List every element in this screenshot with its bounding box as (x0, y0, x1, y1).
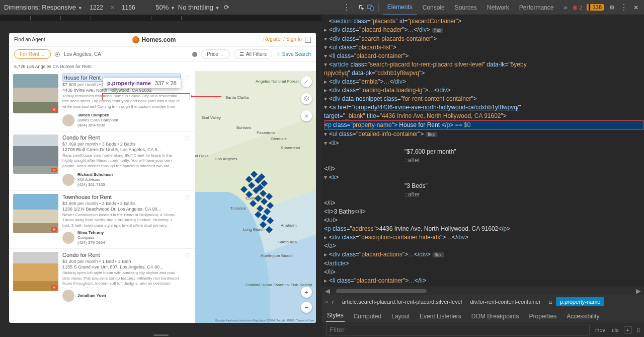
price-chip[interactable]: Price ⌄ (201, 49, 230, 59)
dimension-x: × (111, 4, 115, 11)
listing-address[interactable]: 4436 Irvine Ave, North Hollywood, CA 916… (62, 88, 180, 93)
devtools-pane: <section class="placards" id="placardCon… (322, 15, 644, 337)
location-input[interactable]: Los Angeles, CA (64, 51, 188, 57)
inspector-highlight (102, 93, 190, 100)
favorite-icon[interactable]: ♡ (184, 134, 191, 142)
listing-thumb[interactable]: H (13, 194, 58, 233)
agent-avatar[interactable] (62, 174, 74, 186)
dom-tree[interactable]: <section class="placards" id="placardCon… (322, 15, 644, 287)
throttling-dropdown[interactable]: No throttling ▼ (178, 4, 220, 11)
device-preview-pane: p.property-name 337 × 28 Find an Agent H… (0, 15, 322, 337)
viewport-width-input[interactable]: 1222 (86, 4, 108, 11)
rendered-page[interactable]: Find an Agent Homes.com Register / Sign … (9, 33, 316, 323)
styles-filter-input[interactable] (326, 324, 590, 335)
inspect-icon[interactable] (357, 4, 365, 12)
styles-tabs: Styles Computed Layout Event Listeners D… (322, 308, 644, 322)
map-attribution: Google Keyboard shortcuts Map data ©2024… (215, 319, 314, 322)
brand-logo[interactable]: Homes.com (132, 36, 176, 43)
dom-breadcrumbs[interactable]: « r article.search-placard.for-rent-plac… (322, 295, 644, 308)
tabs-overflow[interactable]: » (559, 0, 572, 15)
qr-icon[interactable] (305, 37, 311, 43)
inspector-arrow (191, 96, 221, 97)
zoom-dropdown[interactable]: 50% ▼ (155, 4, 175, 11)
hov-toggle[interactable]: :hov (595, 327, 605, 333)
tab-network[interactable]: Network (482, 0, 514, 15)
locate-icon[interactable] (55, 52, 60, 57)
save-search-link[interactable]: ♡ Save Search (276, 51, 311, 57)
favorite-icon[interactable]: ♡ (184, 74, 191, 81)
tab-event-listeners[interactable]: Event Listeners (419, 311, 462, 322)
property-name[interactable]: Townhouse for Rent (62, 194, 112, 200)
page-header: Find an Agent Homes.com Register / Sign … (9, 33, 316, 47)
homes-logo-icon (132, 36, 139, 43)
listing-card[interactable]: H Townhouse for Rent $3,995 per month • … (9, 191, 195, 249)
map-pane[interactable]: Angeles National Forest Santa Clarita Si… (195, 71, 316, 323)
selected-dom-node[interactable]: ••• <p class="property-name"> House for … (324, 120, 644, 130)
tab-layout[interactable]: Layout (390, 311, 411, 322)
favorite-icon[interactable]: ♡ (184, 194, 191, 201)
favorite-icon[interactable]: ♡ (184, 252, 191, 259)
crumb[interactable]: article.search-placard.for-rent-placard.… (338, 297, 466, 306)
auth-links[interactable]: Register / Sign In (263, 36, 311, 42)
tab-console[interactable]: Console (418, 0, 449, 15)
crumb[interactable]: div.for-rent-content-container (466, 297, 544, 306)
tab-accessibility[interactable]: Accessibility (566, 311, 600, 322)
close-devtools-icon[interactable]: ✕ (632, 4, 640, 12)
layers-button[interactable] (301, 93, 312, 104)
tab-elements[interactable]: Elements (383, 0, 417, 16)
dimensions-dropdown[interactable]: Dimensions: Responsive ▼ (4, 4, 83, 11)
svg-rect-1 (371, 7, 373, 11)
inspector-tooltip: p.property-name 337 × 28 (103, 78, 181, 88)
tab-dom-breakpoints[interactable]: DOM Breakpoints (470, 311, 520, 322)
clear-location-icon[interactable] (192, 52, 197, 57)
tab-sources[interactable]: Sources (450, 0, 481, 15)
device-toolbar: Dimensions: Responsive ▼ 1222 × 1156 50%… (0, 0, 644, 15)
ruler (0, 15, 322, 21)
crumb[interactable]: a (545, 297, 556, 306)
warnings-badge[interactable]: ▍136 (587, 4, 604, 11)
listing-card[interactable]: H Condo for Rent $7,499 per month • 3 Be… (9, 131, 195, 191)
agent-avatar[interactable] (62, 290, 74, 302)
listing-thumb[interactable]: H (13, 134, 58, 174)
tab-computed[interactable]: Computed (353, 311, 382, 322)
errors-badge[interactable]: ⊗ 2 (573, 4, 582, 11)
clear-button[interactable]: ✕ (301, 110, 312, 121)
styles-menu-icon[interactable]: ▯ (637, 326, 640, 333)
tab-properties[interactable]: Properties (528, 311, 558, 322)
listing-thumb[interactable]: H (13, 252, 58, 291)
listing-card[interactable]: H Condo for Rent $3,200 per month • 1 Be… (9, 249, 195, 305)
tab-styles[interactable]: Styles (326, 310, 345, 322)
agent-avatar[interactable] (62, 114, 74, 126)
rotate-icon[interactable]: ⟳ (222, 4, 230, 12)
device-toolbar-menu[interactable]: ⋮ (343, 3, 351, 12)
agent-avatar[interactable] (62, 232, 74, 244)
device-icon[interactable] (366, 4, 374, 12)
dom-horizontal-scrollbar[interactable]: ◀▶ (322, 287, 644, 295)
results-count: 5,726 Los Angeles CA Homes for Rent (9, 62, 316, 71)
filter-bar: For Rent ⌄ Los Angeles, CA Price ⌄ ☰ All… (9, 47, 316, 62)
zoom-out-button[interactable]: − (301, 302, 312, 313)
viewport-height-input[interactable]: 1156 (117, 4, 139, 11)
settings-icon[interactable]: ⚙ (608, 4, 616, 12)
drag-handle[interactable] (153, 334, 169, 336)
devtools-menu[interactable]: ⋮ (620, 3, 628, 12)
cls-toggle[interactable]: .cls (610, 327, 619, 333)
crumb[interactable]: r (328, 297, 338, 306)
for-rent-chip[interactable]: For Rent ⌄ (14, 49, 51, 59)
listings-column[interactable]: H House for Rent $7,600 per month • 3 Be… (9, 71, 195, 323)
crumb-active[interactable]: p.property-name (556, 297, 605, 306)
zoom-in-button[interactable]: + (301, 287, 312, 298)
property-name[interactable]: Condo for Rent (62, 134, 100, 141)
tab-performance[interactable]: Performance (515, 0, 558, 15)
new-style-rule[interactable]: + (624, 326, 632, 333)
find-agent-link[interactable]: Find an Agent (14, 37, 45, 42)
property-name[interactable]: Condo for Rent (62, 252, 100, 258)
listing-thumb[interactable]: H (13, 74, 58, 113)
styles-filter-row: :hov .cls + ▯ (322, 322, 644, 337)
draw-button[interactable] (301, 76, 312, 87)
all-filters-chip[interactable]: ☰ All Filters (234, 49, 272, 59)
